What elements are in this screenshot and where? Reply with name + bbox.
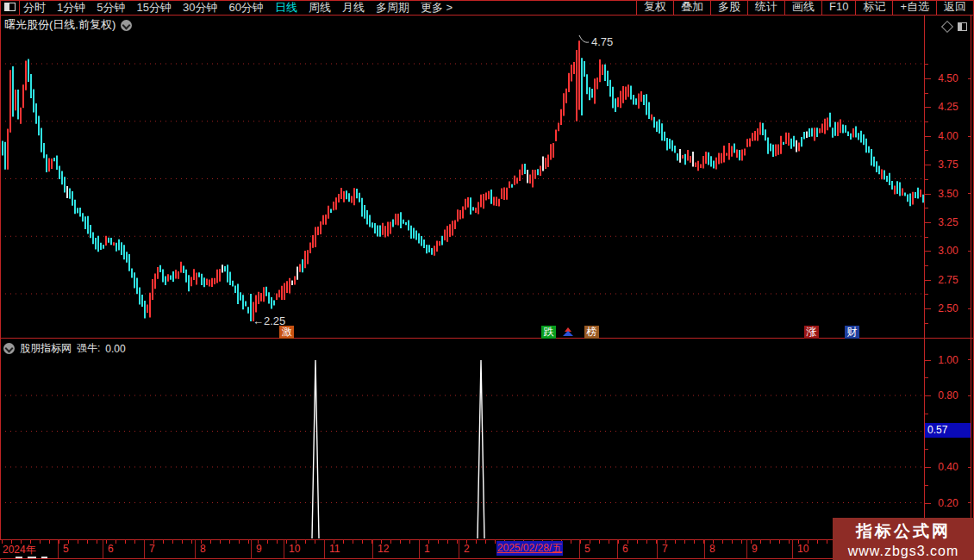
event-marker-财[interactable]: 财 <box>845 326 859 339</box>
axis-tick <box>925 503 931 504</box>
action-menu: 复权叠加多股统计画线F10标记+自选返回 <box>636 0 973 15</box>
axis-tick <box>925 280 931 281</box>
window-edge <box>0 0 974 1</box>
price-axis-label: 4.00 <box>926 130 971 142</box>
axis-tick <box>925 107 931 108</box>
timeline-divider <box>372 540 373 558</box>
timeline-tick <box>580 540 581 544</box>
indicator-axis-label: 0.40 <box>926 461 971 473</box>
timeline-tick <box>438 540 439 544</box>
timeline-label: 11 <box>329 543 340 555</box>
timeline-tick <box>741 540 742 544</box>
indicator-spike <box>312 360 319 538</box>
toolbar-item-更多 >[interactable]: 更多 > <box>421 1 453 14</box>
toolbar-item-周线[interactable]: 周线 <box>309 1 331 14</box>
clipped-row-fragment <box>28 557 36 558</box>
timeline-tick <box>646 540 647 544</box>
toolbar-button-复权[interactable]: 复权 <box>636 0 673 15</box>
chart-title-row[interactable]: 曙光股份(日线.前复权) <box>4 17 132 33</box>
event-marker-涨[interactable]: 涨 <box>804 326 819 339</box>
axis-tick <box>925 377 928 378</box>
toolbar-item-5分钟[interactable]: 5分钟 <box>97 1 125 14</box>
timeline-label: 7 <box>662 543 668 555</box>
timeline-tick <box>609 540 609 544</box>
indicator-chart[interactable] <box>0 355 924 539</box>
axis-tick <box>925 179 928 180</box>
timeline-tick <box>106 540 107 544</box>
toolbar-item-分时[interactable]: 分时 <box>23 1 46 14</box>
axis-tick <box>968 308 971 309</box>
diamond-icon[interactable] <box>941 21 953 33</box>
indicator-header[interactable]: 股朋指标网 强牛: 0.00 <box>3 341 126 356</box>
toolbar-button-叠加[interactable]: 叠加 <box>673 0 710 15</box>
toolbar-item-15分钟[interactable]: 15分钟 <box>136 1 171 14</box>
toolbar-button-多股[interactable]: 多股 <box>710 0 747 15</box>
timeline-tick <box>305 540 306 544</box>
top-toolbar: 分时1分钟5分钟15分钟30分钟60分钟日线周线月线多周期更多 > 复权叠加多股… <box>0 0 974 15</box>
toolbar-item-多周期[interactable]: 多周期 <box>376 1 409 14</box>
axis-tick <box>925 93 928 94</box>
axis-tick <box>968 359 971 360</box>
timeline-tick <box>134 540 135 544</box>
layout-toggle-icon[interactable] <box>4 3 16 11</box>
timeline-label: 12 <box>378 543 389 555</box>
toolbar-item-30分钟[interactable]: 30分钟 <box>183 1 217 14</box>
watermark-box: 指标公式网 www.zbgs3.com <box>833 518 974 560</box>
timeline-divider <box>195 540 196 558</box>
bottom-border <box>0 558 974 559</box>
timeline-label: 9 <box>256 543 262 555</box>
timeline-tick <box>191 540 192 544</box>
timeline-tick <box>599 540 600 544</box>
toolbar-item-月线[interactable]: 月线 <box>342 1 365 14</box>
timeline-tick <box>87 540 88 544</box>
chevron-down-icon[interactable] <box>3 343 15 354</box>
indicator-value: 0.00 <box>105 343 125 355</box>
timeline-label: 2024年 <box>3 543 36 557</box>
timeline-tick <box>210 540 211 544</box>
indicator-axis-label: 0.20 <box>926 497 971 509</box>
price-axis-label: 3.00 <box>926 245 971 257</box>
updown-triangles-icon[interactable] <box>562 327 574 339</box>
timeline-divider <box>251 540 252 558</box>
timeline-tick <box>390 540 391 544</box>
timeline-tick <box>684 540 685 544</box>
toolbar-button-画线[interactable]: 画线 <box>784 0 821 15</box>
timeline-tick <box>353 540 353 544</box>
toolbar-button-+自选[interactable]: +自选 <box>892 0 936 15</box>
timeline-divider <box>792 540 793 558</box>
event-marker-激[interactable]: 激 <box>279 326 294 339</box>
toolbar-button-F10[interactable]: F10 <box>821 0 855 15</box>
timeline-divider <box>657 540 658 558</box>
axis-tick <box>925 414 928 414</box>
clipped-row-fragment <box>41 557 47 558</box>
timeline-label: 8 <box>200 543 206 555</box>
split-view-icon[interactable] <box>958 22 967 31</box>
event-marker-跌[interactable]: 跌 <box>541 326 556 339</box>
axis-tick <box>925 265 928 266</box>
toolbar-button-返回[interactable]: 返回 <box>936 0 973 15</box>
toolbar-button-标记[interactable]: 标记 <box>855 0 892 15</box>
timeline-tick <box>457 540 458 544</box>
timeline-tick <box>618 540 619 544</box>
toolbar-item-日线[interactable]: 日线 <box>275 1 297 14</box>
axis-tick <box>925 64 928 65</box>
chevron-down-icon[interactable] <box>121 20 132 31</box>
indicator-axis-label: 1.00 <box>926 354 971 366</box>
axis-tick <box>968 502 971 503</box>
main-candlestick-chart[interactable]: 4.75←2.25 <box>0 15 924 339</box>
axis-tick <box>925 78 931 79</box>
toolbar-item-60分钟[interactable]: 60分钟 <box>228 1 263 14</box>
timeline-divider <box>324 540 325 558</box>
page-title: 曙光股份(日线.前复权) <box>4 17 116 33</box>
timeline-tick <box>732 540 733 544</box>
timeline-label: 10 <box>797 543 809 555</box>
toolbar-item-1分钟[interactable]: 1分钟 <box>57 1 85 14</box>
price-axis-label: 2.50 <box>926 302 971 314</box>
timeline-divider <box>144 540 145 558</box>
timeline-label: 5 <box>63 543 69 555</box>
price-axis-label: 4.25 <box>926 101 971 113</box>
event-marker-榜[interactable]: 榜 <box>584 326 599 339</box>
timeline-tick <box>485 540 486 544</box>
toolbar-button-统计[interactable]: 统计 <box>747 0 784 15</box>
timeline-label: 10 <box>289 543 300 555</box>
